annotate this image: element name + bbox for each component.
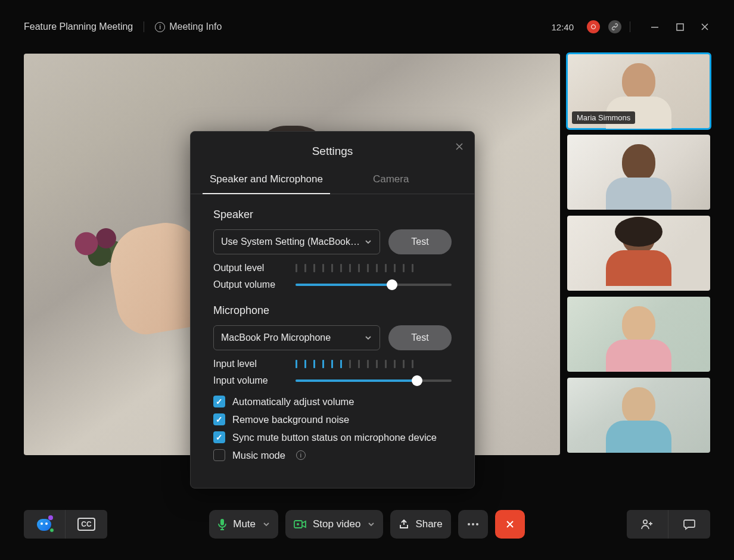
svg-rect-2 — [220, 519, 224, 525]
svg-point-6 — [472, 523, 474, 525]
chevron-down-icon — [364, 238, 372, 246]
maximize-icon — [676, 23, 684, 31]
auto-adjust-checkbox[interactable] — [213, 396, 225, 407]
cc-icon: CC — [77, 518, 95, 531]
participant-thumbnails: Maria Simmons — [567, 54, 710, 455]
participant-thumbnail[interactable]: Maria Simmons — [567, 54, 710, 129]
people-icon — [640, 518, 654, 530]
input-level-label: Input level — [213, 359, 279, 369]
maximize-button[interactable] — [674, 21, 685, 32]
meeting-duration: 12:40 — [551, 22, 574, 32]
end-call-button[interactable] — [495, 510, 525, 539]
meeting-title: Feature Planning Meeting — [24, 21, 133, 32]
minimize-button[interactable] — [649, 21, 660, 32]
slider-thumb[interactable] — [412, 375, 422, 386]
info-icon: i — [155, 22, 165, 32]
remove-noise-checkbox[interactable] — [213, 413, 225, 425]
close-icon — [505, 519, 515, 529]
chevron-down-icon[interactable] — [368, 521, 375, 528]
participant-thumbnail[interactable] — [567, 135, 710, 210]
microphone-section-label: Microphone — [213, 304, 452, 317]
mute-button[interactable]: Mute — [209, 510, 278, 539]
divider — [630, 21, 630, 32]
chevron-down-icon[interactable] — [263, 521, 270, 528]
svg-point-7 — [476, 523, 478, 525]
participant-thumbnail[interactable] — [567, 378, 710, 453]
output-volume-label: Output volume — [213, 279, 285, 290]
participant-thumbnail[interactable] — [567, 216, 710, 291]
chat-icon — [683, 518, 695, 530]
svg-point-4 — [297, 523, 299, 525]
link-button[interactable] — [608, 20, 621, 33]
ai-assistant-button[interactable] — [24, 510, 66, 539]
mute-label: Mute — [233, 518, 256, 530]
input-volume-slider[interactable] — [296, 379, 452, 382]
music-mode-checkbox[interactable] — [213, 449, 225, 461]
divider — [144, 21, 144, 32]
svg-point-5 — [468, 523, 470, 525]
close-icon — [455, 142, 464, 151]
chat-button[interactable] — [668, 510, 710, 539]
stop-video-button[interactable]: Stop video — [285, 510, 383, 539]
microphone-icon — [217, 518, 227, 530]
input-volume-label: Input volume — [213, 375, 285, 386]
svg-rect-1 — [677, 24, 683, 30]
sync-mute-checkbox[interactable] — [213, 431, 225, 443]
info-icon[interactable]: i — [296, 450, 306, 460]
link-icon — [611, 23, 619, 31]
chevron-down-icon — [364, 334, 372, 342]
participants-button[interactable] — [627, 510, 668, 539]
svg-rect-0 — [651, 27, 658, 28]
output-level-meter — [296, 264, 452, 272]
meeting-info-label: Meeting Info — [169, 21, 222, 32]
close-icon — [701, 23, 709, 31]
participant-name-tag: Maria Simmons — [572, 111, 635, 124]
microphone-device-select[interactable]: MacBook Pro Microphone — [213, 325, 380, 350]
share-label: Share — [415, 518, 442, 530]
speaker-section-label: Speaker — [213, 209, 452, 221]
music-mode-label: Music mode — [232, 450, 285, 461]
tab-camera[interactable]: Camera — [366, 167, 416, 194]
close-window-button[interactable] — [699, 21, 710, 32]
meeting-info-button[interactable]: i Meeting Info — [155, 21, 222, 32]
remove-noise-label: Remove background noise — [232, 414, 349, 425]
settings-modal: Settings Speaker and Microphone Camera S… — [190, 131, 475, 489]
more-icon — [467, 522, 479, 526]
share-icon — [399, 519, 409, 530]
participant-thumbnail[interactable] — [567, 297, 710, 372]
more-options-button[interactable] — [458, 510, 488, 539]
modal-title: Settings — [312, 145, 353, 157]
slider-thumb[interactable] — [387, 279, 397, 290]
sync-mute-label: Sync mute button status on microphone de… — [232, 432, 437, 443]
output-volume-slider[interactable] — [296, 284, 452, 286]
closed-captions-button[interactable]: CC — [66, 510, 107, 539]
minimize-icon — [651, 23, 659, 31]
microphone-device-value: MacBook Pro Microphone — [221, 332, 331, 343]
recording-indicator[interactable] — [587, 20, 600, 33]
speaker-device-select[interactable]: Use System Setting (MacBook… — [213, 229, 380, 254]
input-level-meter — [296, 360, 452, 368]
modal-close-button[interactable] — [455, 142, 464, 151]
svg-point-8 — [643, 520, 647, 524]
speaker-device-value: Use System Setting (MacBook… — [221, 237, 360, 247]
tab-speaker-microphone[interactable]: Speaker and Microphone — [203, 167, 330, 194]
camera-icon — [294, 519, 307, 529]
stop-video-label: Stop video — [313, 518, 360, 530]
auto-adjust-label: Automatically adjust volume — [232, 396, 354, 407]
speaker-test-button[interactable]: Test — [388, 229, 452, 254]
microphone-test-button[interactable]: Test — [388, 325, 452, 350]
output-level-label: Output level — [213, 263, 279, 273]
share-button[interactable]: Share — [390, 510, 450, 539]
bot-icon — [36, 517, 54, 532]
